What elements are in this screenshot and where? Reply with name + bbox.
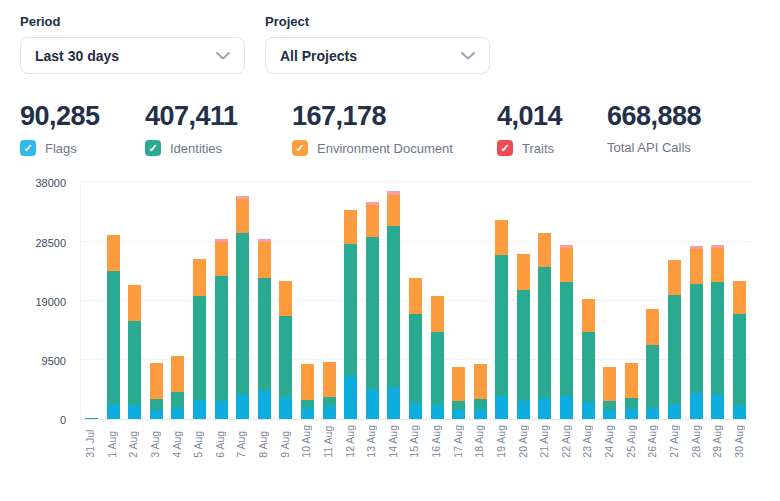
x-tick-label: 21 Aug bbox=[538, 425, 551, 458]
bar-23-aug[interactable] bbox=[582, 299, 595, 419]
x-tick-label: 11 Aug bbox=[322, 425, 335, 458]
bar-31-jul[interactable] bbox=[85, 418, 98, 419]
x-tick-label: 9 Aug bbox=[279, 425, 292, 458]
x-tick-label: 4 Aug bbox=[171, 425, 184, 458]
bar-18-aug[interactable] bbox=[474, 364, 487, 419]
bar-segment-flags bbox=[387, 387, 400, 419]
bar-segment-identities bbox=[711, 282, 724, 394]
bar-segment-identities bbox=[690, 284, 703, 393]
bar-segment-environment-document bbox=[646, 309, 659, 345]
total-api-calls-count: 668,888 bbox=[607, 102, 701, 130]
bar-10-aug[interactable] bbox=[301, 364, 314, 419]
bar-segment-flags bbox=[495, 396, 508, 419]
bar-20-aug[interactable] bbox=[517, 254, 530, 419]
bar-segment-flags bbox=[733, 406, 746, 420]
bar-29-aug[interactable] bbox=[711, 245, 724, 419]
project-select[interactable]: All Projects bbox=[265, 37, 490, 74]
bar-21-aug[interactable] bbox=[538, 233, 551, 420]
x-tick-label: 20 Aug bbox=[517, 425, 530, 458]
bar-6-aug[interactable] bbox=[215, 239, 228, 419]
bar-13-aug[interactable] bbox=[366, 202, 379, 420]
y-tick-label: 19000 bbox=[20, 295, 66, 309]
bar-segment-identities bbox=[474, 399, 487, 409]
plot-area bbox=[80, 183, 750, 420]
bar-1-aug[interactable] bbox=[107, 235, 120, 419]
bar-segment-environment-document bbox=[107, 235, 120, 271]
bar-17-aug[interactable] bbox=[452, 367, 465, 420]
bar-segment-environment-document bbox=[236, 199, 249, 233]
identities-count: 407,411 bbox=[145, 102, 292, 130]
x-tick-label: 24 Aug bbox=[603, 425, 616, 458]
traits-label: Traits bbox=[522, 141, 554, 156]
x-tick-label: 29 Aug bbox=[711, 425, 724, 458]
bar-14-aug[interactable] bbox=[387, 191, 400, 419]
bar-7-aug[interactable] bbox=[236, 196, 249, 420]
bar-segment-environment-document bbox=[344, 210, 357, 244]
bar-segment-environment-document bbox=[279, 281, 292, 316]
x-tick-label: 7 Aug bbox=[235, 425, 248, 458]
bar-segment-flags bbox=[279, 397, 292, 419]
x-tick-label: 18 Aug bbox=[473, 425, 486, 458]
bar-segment-identities bbox=[625, 398, 638, 409]
bar-segment-identities bbox=[517, 290, 530, 401]
x-tick-label: 22 Aug bbox=[560, 425, 573, 458]
environment-document-checkbox[interactable]: ✓ bbox=[292, 140, 308, 156]
bar-segment-identities bbox=[387, 226, 400, 388]
bar-segment-flags bbox=[690, 393, 703, 420]
bar-segment-identities bbox=[646, 345, 659, 407]
bar-8-aug[interactable] bbox=[258, 239, 271, 419]
bar-2-aug[interactable] bbox=[128, 285, 141, 419]
bar-27-aug[interactable] bbox=[668, 260, 681, 419]
bar-segment-environment-document bbox=[668, 260, 681, 295]
bar-segment-environment-document bbox=[387, 195, 400, 226]
bar-segment-flags bbox=[582, 402, 595, 419]
bar-26-aug[interactable] bbox=[646, 309, 659, 419]
y-axis: 09500190002850038000 bbox=[20, 183, 72, 420]
bar-4-aug[interactable] bbox=[171, 356, 184, 419]
bar-16-aug[interactable] bbox=[431, 296, 444, 419]
period-select[interactable]: Last 30 days bbox=[20, 37, 245, 74]
bar-segment-environment-document bbox=[711, 248, 724, 282]
bar-30-aug[interactable] bbox=[733, 281, 746, 420]
bar-25-aug[interactable] bbox=[625, 363, 638, 420]
bar-9-aug[interactable] bbox=[279, 281, 292, 419]
bar-segment-environment-document bbox=[150, 363, 163, 399]
bar-segment-identities bbox=[258, 278, 271, 390]
bar-12-aug[interactable] bbox=[344, 210, 357, 419]
bar-segment-environment-document bbox=[431, 296, 444, 332]
y-tick-label: 0 bbox=[20, 413, 66, 427]
bar-segment-flags bbox=[323, 406, 336, 420]
bar-segment-identities bbox=[215, 276, 228, 401]
bar-segment-flags bbox=[107, 404, 120, 420]
bar-3-aug[interactable] bbox=[150, 363, 163, 419]
bar-segment-flags bbox=[560, 396, 573, 419]
bar-segment-flags bbox=[538, 398, 551, 420]
total-api-calls-legend: Total API Calls bbox=[607, 140, 701, 155]
environment-document-label: Environment Document bbox=[317, 141, 453, 156]
bar-segment-environment-document bbox=[215, 242, 228, 276]
x-tick-label: 15 Aug bbox=[408, 425, 421, 458]
bar-segment-flags bbox=[668, 404, 681, 420]
bar-segment-identities bbox=[128, 321, 141, 405]
bar-segment-flags bbox=[625, 409, 638, 419]
bar-22-aug[interactable] bbox=[560, 245, 573, 419]
y-tick-label: 28500 bbox=[20, 236, 66, 250]
environment-document-count: 167,178 bbox=[292, 102, 497, 130]
identities-checkbox[interactable]: ✓ bbox=[145, 140, 161, 156]
bar-15-aug[interactable] bbox=[409, 278, 422, 419]
bar-segment-identities bbox=[236, 233, 249, 395]
x-axis: 31 Jul1 Aug2 Aug3 Aug4 Aug5 Aug6 Aug7 Au… bbox=[80, 425, 750, 458]
period-select-value: Last 30 days bbox=[35, 48, 119, 64]
bar-11-aug[interactable] bbox=[323, 362, 336, 420]
flags-checkbox[interactable]: ✓ bbox=[20, 140, 36, 156]
bar-28-aug[interactable] bbox=[690, 246, 703, 420]
traits-checkbox[interactable]: ✓ bbox=[497, 140, 513, 156]
bar-segment-environment-document bbox=[517, 254, 530, 289]
identities-label: Identities bbox=[170, 141, 222, 156]
bar-5-aug[interactable] bbox=[193, 259, 206, 419]
x-tick-label: 16 Aug bbox=[430, 425, 443, 458]
total-api-calls-label: Total API Calls bbox=[607, 140, 691, 155]
bar-19-aug[interactable] bbox=[495, 220, 508, 419]
bar-24-aug[interactable] bbox=[603, 367, 616, 420]
bar-segment-identities bbox=[668, 295, 681, 404]
